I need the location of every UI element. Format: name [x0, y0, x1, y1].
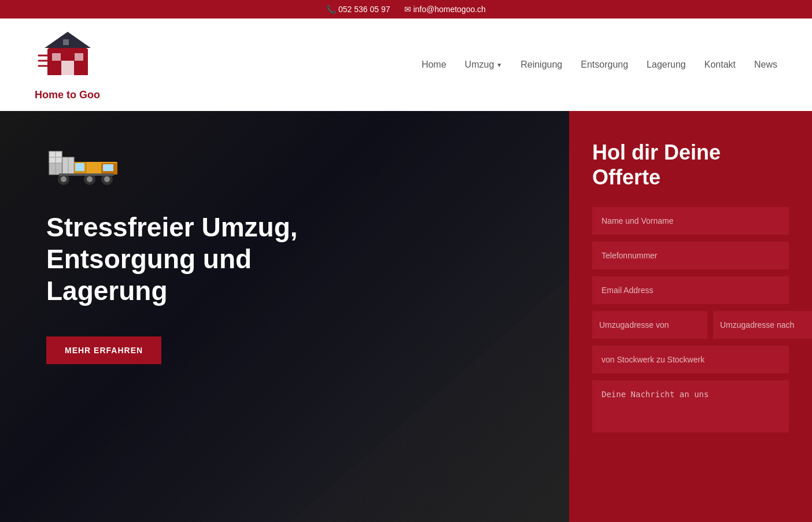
- email-icon: ✉: [404, 5, 411, 14]
- svg-rect-3: [52, 53, 61, 61]
- offer-form-section: Hol dir Deine Offerte: [569, 111, 812, 522]
- mehr-erfahren-button[interactable]: MEHR ERFAHREN: [46, 336, 161, 364]
- hero-content: Stressfreier Umzug, Entsorgung und Lager…: [46, 146, 523, 364]
- nav-home[interactable]: Home: [422, 60, 446, 70]
- main-nav: Home Umzug ▼ Reinigung Entsorgung Lageru…: [422, 60, 777, 70]
- svg-rect-8: [63, 39, 69, 45]
- phone-info: 📞 052 536 05 97: [326, 5, 390, 14]
- hero-section: Stressfreier Umzug, Entsorgung und Lager…: [0, 111, 569, 522]
- nav-umzug[interactable]: Umzug ▼: [465, 60, 503, 70]
- nav-news[interactable]: News: [754, 60, 777, 70]
- nav-reinigung[interactable]: Reinigung: [521, 60, 562, 70]
- svg-rect-2: [61, 61, 74, 75]
- svg-point-21: [61, 176, 67, 182]
- svg-point-25: [104, 176, 110, 182]
- top-bar: 📞 052 536 05 97 ✉ info@hometogoo.ch: [0, 0, 812, 18]
- main-area: Stressfreier Umzug, Entsorgung und Lager…: [0, 111, 812, 522]
- floor-field-group: [592, 346, 789, 373]
- truck-icon: [46, 146, 523, 194]
- phone-input[interactable]: [592, 242, 789, 269]
- svg-rect-26: [59, 173, 114, 176]
- svg-rect-4: [75, 53, 83, 61]
- email-info: ✉ info@hometogoo.ch: [404, 5, 486, 14]
- address-from-input[interactable]: [592, 311, 707, 339]
- message-textarea[interactable]: [592, 380, 789, 432]
- email-input[interactable]: [592, 276, 789, 304]
- svg-point-23: [87, 176, 93, 182]
- email-link[interactable]: info@hometogoo.ch: [413, 5, 486, 14]
- form-title: Hol dir Deine Offerte: [592, 140, 789, 190]
- logo-area[interactable]: Home to Goo: [35, 29, 100, 101]
- phone-number: 052 536 05 97: [338, 5, 390, 14]
- logo-svg: [36, 29, 99, 87]
- phone-field-group: [592, 242, 789, 269]
- nav-entsorgung[interactable]: Entsorgung: [581, 60, 628, 70]
- logo-text: Home to Goo: [35, 89, 100, 101]
- floor-input[interactable]: [592, 346, 789, 373]
- svg-rect-17: [75, 163, 84, 171]
- email-field-group: [592, 276, 789, 304]
- nav-lagerung[interactable]: Lagerung: [647, 60, 686, 70]
- hero-headline: Stressfreier Umzug, Entsorgung und Lager…: [46, 212, 523, 308]
- site-header: Home to Goo Home Umzug ▼ Reinigung Entso…: [0, 18, 812, 111]
- name-input[interactable]: [592, 207, 789, 235]
- address-row: [592, 311, 789, 339]
- svg-rect-19: [103, 164, 113, 171]
- phone-icon: 📞: [326, 5, 336, 14]
- message-field-group: [592, 380, 789, 435]
- chevron-down-icon: ▼: [496, 62, 502, 68]
- nav-kontakt[interactable]: Kontakt: [704, 60, 736, 70]
- address-to-input[interactable]: [713, 311, 812, 339]
- name-field-group: [592, 207, 789, 235]
